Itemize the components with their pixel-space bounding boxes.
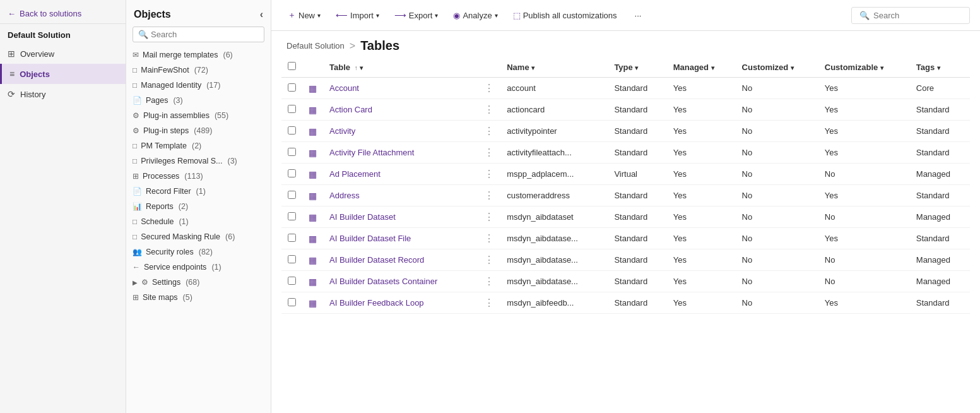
objects-item-site-maps[interactable]: ⊞ Site maps (5) bbox=[126, 290, 271, 305]
row-checkbox-cell[interactable] bbox=[281, 292, 302, 314]
row-context-menu-icon[interactable]: ⋮ bbox=[484, 276, 494, 287]
table-name-link[interactable]: Account bbox=[329, 83, 359, 93]
objects-item-mainfewshot[interactable]: □ MainFewShot (72) bbox=[126, 63, 271, 78]
row-context-menu-icon[interactable]: ⋮ bbox=[484, 254, 494, 265]
row-menu-cell[interactable]: ⋮ bbox=[478, 206, 500, 228]
toolbar-search[interactable]: 🔍 bbox=[851, 7, 970, 24]
sidebar-item-overview[interactable]: ⊞ Overview bbox=[0, 44, 126, 64]
row-context-menu-icon[interactable]: ⋮ bbox=[484, 297, 494, 308]
row-checkbox[interactable] bbox=[288, 234, 296, 242]
row-checkbox[interactable] bbox=[288, 105, 296, 113]
sidebar-item-objects[interactable]: ≡ Objects bbox=[0, 64, 126, 84]
row-checkbox-cell[interactable] bbox=[281, 121, 302, 142]
table-name-link[interactable]: Activity bbox=[329, 126, 355, 136]
more-button[interactable]: ··· bbox=[629, 8, 648, 23]
select-all-header[interactable] bbox=[281, 57, 302, 78]
objects-item-pages[interactable]: 📄 Pages (3) bbox=[126, 93, 271, 108]
row-menu-cell[interactable]: ⋮ bbox=[478, 228, 500, 249]
breadcrumb-parent[interactable]: Default Solution bbox=[286, 41, 345, 51]
objects-search-box[interactable]: 🔍 bbox=[133, 27, 264, 42]
objects-item-settings[interactable]: ▶ ⚙ Settings (68) bbox=[126, 275, 271, 290]
table-name-link[interactable]: AI Builder Dataset Record bbox=[329, 255, 424, 265]
row-context-menu-icon[interactable]: ⋮ bbox=[484, 104, 494, 115]
new-button[interactable]: ＋ New ▾ bbox=[281, 6, 327, 24]
objects-item-processes[interactable]: ⊞ Processes (113) bbox=[126, 169, 271, 184]
table-col-header[interactable]: Table ↑ ▾ bbox=[323, 57, 478, 78]
select-all-checkbox[interactable] bbox=[288, 62, 296, 70]
row-checkbox[interactable] bbox=[288, 255, 296, 263]
customized-col-header[interactable]: Customized ▾ bbox=[736, 57, 818, 78]
row-menu-cell[interactable]: ⋮ bbox=[478, 292, 500, 314]
customizable-col-header[interactable]: Customizable ▾ bbox=[818, 57, 910, 78]
row-checkbox-cell[interactable] bbox=[281, 78, 302, 99]
objects-item-service-endpoints[interactable]: ← Service endpoints (1) bbox=[126, 260, 271, 275]
row-table-name[interactable]: AI Builder Dataset bbox=[323, 206, 478, 228]
row-menu-cell[interactable]: ⋮ bbox=[478, 185, 500, 206]
import-button[interactable]: ⟵ Import ▾ bbox=[329, 8, 386, 23]
objects-item-reports[interactable]: 📊 Reports (2) bbox=[126, 199, 271, 214]
row-checkbox-cell[interactable] bbox=[281, 271, 302, 292]
row-context-menu-icon[interactable]: ⋮ bbox=[484, 126, 494, 136]
row-checkbox-cell[interactable] bbox=[281, 164, 302, 185]
row-table-name[interactable]: Action Card bbox=[323, 99, 478, 121]
row-checkbox-cell[interactable] bbox=[281, 142, 302, 164]
objects-item-pm-template[interactable]: □ PM Template (2) bbox=[126, 138, 271, 153]
row-checkbox[interactable] bbox=[288, 169, 296, 177]
table-name-link[interactable]: Ad Placement bbox=[329, 169, 381, 179]
row-table-name[interactable]: Activity File Attachment bbox=[323, 142, 478, 164]
row-menu-cell[interactable]: ⋮ bbox=[478, 271, 500, 292]
row-checkbox[interactable] bbox=[288, 191, 296, 199]
row-menu-cell[interactable]: ⋮ bbox=[478, 249, 500, 271]
row-checkbox[interactable] bbox=[288, 277, 296, 285]
row-context-menu-icon[interactable]: ⋮ bbox=[484, 169, 494, 179]
objects-item-secured-masking[interactable]: □ Secured Masking Rule (6) bbox=[126, 229, 271, 244]
row-table-name[interactable]: Ad Placement bbox=[323, 164, 478, 185]
row-table-name[interactable]: AI Builder Dataset Record bbox=[323, 249, 478, 271]
row-checkbox[interactable] bbox=[288, 148, 296, 156]
objects-item-plugin-steps[interactable]: ⚙ Plug-in steps (489) bbox=[126, 123, 271, 138]
row-checkbox-cell[interactable] bbox=[281, 185, 302, 206]
row-table-name[interactable]: AI Builder Dataset File bbox=[323, 228, 478, 249]
row-checkbox-cell[interactable] bbox=[281, 228, 302, 249]
row-context-menu-icon[interactable]: ⋮ bbox=[484, 190, 494, 201]
publish-button[interactable]: ⬚ Publish all customizations bbox=[507, 8, 623, 23]
row-menu-cell[interactable]: ⋮ bbox=[478, 99, 500, 121]
row-table-name[interactable]: AI Builder Feedback Loop bbox=[323, 292, 478, 314]
table-name-link[interactable]: AI Builder Dataset bbox=[329, 212, 396, 222]
objects-item-plugin-assemblies[interactable]: ⚙ Plug-in assemblies (55) bbox=[126, 108, 271, 123]
analyze-button[interactable]: ◉ Analyze ▾ bbox=[447, 8, 504, 23]
row-checkbox[interactable] bbox=[288, 83, 296, 92]
row-menu-cell[interactable]: ⋮ bbox=[478, 164, 500, 185]
table-name-link[interactable]: Activity File Attachment bbox=[329, 148, 414, 157]
objects-item-managed-identity[interactable]: □ Managed Identity (17) bbox=[126, 78, 271, 93]
row-checkbox-cell[interactable] bbox=[281, 99, 302, 121]
objects-item-privileges-removal[interactable]: □ Privileges Removal S... (3) bbox=[126, 153, 271, 169]
row-menu-cell[interactable]: ⋮ bbox=[478, 78, 500, 99]
row-checkbox[interactable] bbox=[288, 298, 296, 306]
row-table-name[interactable]: Address bbox=[323, 185, 478, 206]
row-checkbox-cell[interactable] bbox=[281, 206, 302, 228]
sidebar-item-history[interactable]: ⟳ History bbox=[0, 84, 126, 104]
row-menu-cell[interactable]: ⋮ bbox=[478, 142, 500, 164]
row-context-menu-icon[interactable]: ⋮ bbox=[484, 233, 494, 244]
objects-item-security-roles[interactable]: 👥 Security roles (82) bbox=[126, 244, 271, 260]
table-name-link[interactable]: Address bbox=[329, 191, 360, 200]
row-checkbox[interactable] bbox=[288, 212, 296, 220]
table-name-link[interactable]: AI Builder Dataset File bbox=[329, 234, 411, 243]
toolbar-search-input[interactable] bbox=[873, 11, 962, 20]
back-to-solutions[interactable]: ← Back to solutions bbox=[0, 0, 126, 24]
table-name-link[interactable]: AI Builder Feedback Loop bbox=[329, 298, 424, 308]
managed-col-header[interactable]: Managed ▾ bbox=[667, 57, 736, 78]
export-button[interactable]: ⟶ Export ▾ bbox=[388, 8, 445, 23]
row-table-name[interactable]: AI Builder Datasets Container bbox=[323, 271, 478, 292]
row-context-menu-icon[interactable]: ⋮ bbox=[484, 147, 494, 158]
objects-item-record-filter[interactable]: 📄 Record Filter (1) bbox=[126, 184, 271, 199]
row-checkbox[interactable] bbox=[288, 126, 296, 135]
tags-col-header[interactable]: Tags ▾ bbox=[910, 57, 970, 78]
objects-item-schedule[interactable]: □ Schedule (1) bbox=[126, 214, 271, 229]
collapse-panel-icon[interactable]: ‹ bbox=[260, 9, 263, 20]
table-name-link[interactable]: AI Builder Datasets Container bbox=[329, 277, 437, 286]
row-context-menu-icon[interactable]: ⋮ bbox=[484, 212, 494, 222]
row-table-name[interactable]: Account bbox=[323, 78, 478, 99]
name-col-header[interactable]: Name ▾ bbox=[500, 57, 608, 78]
